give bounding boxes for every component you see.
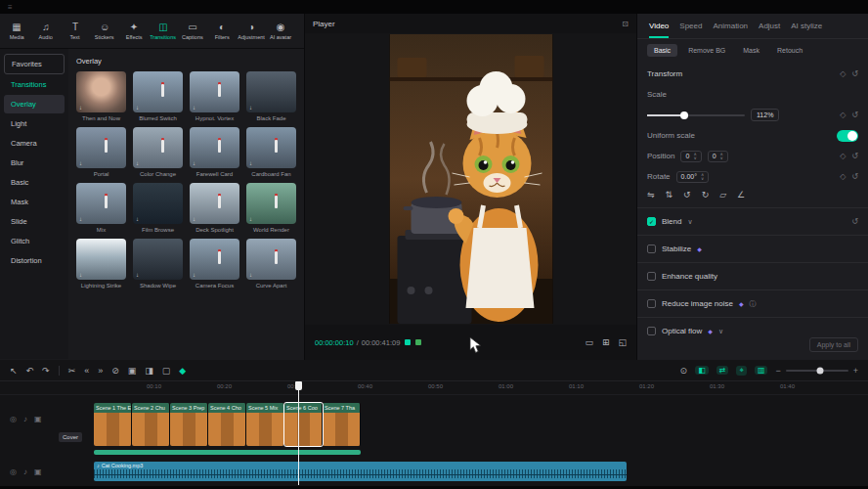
hide-track-icon[interactable]: ◎ <box>10 467 17 476</box>
transition-card[interactable]: ↓Mix <box>76 183 126 233</box>
tab-adjust[interactable]: Adjust <box>759 22 780 30</box>
subtab-mask[interactable]: Mask <box>736 44 766 57</box>
split-icon[interactable]: ✂ <box>68 366 76 376</box>
ratio-icon[interactable]: ▭ <box>585 337 593 347</box>
lock-track-icon[interactable]: ▣ <box>34 415 42 423</box>
audio-clip[interactable]: ♪ Cat Cooking.mp3 <box>94 462 627 481</box>
grid-view-icon[interactable]: ⊞ <box>602 337 610 347</box>
transition-card[interactable]: ↓Hypnot. Vortex <box>190 71 239 121</box>
transition-card[interactable]: ↓Black Fade <box>246 71 296 121</box>
tab-animation[interactable]: Animation <box>713 22 748 30</box>
transition-card[interactable]: ↓Color Change <box>133 127 183 177</box>
subtab-remove-bg[interactable]: Remove BG <box>681 44 732 57</box>
flip-horizontal-icon[interactable]: ⇋ <box>647 190 655 200</box>
clip-scene-4[interactable]: Scene 4 Cho <box>208 403 246 446</box>
reset-icon[interactable]: ↺ <box>851 172 858 181</box>
sidebar-item-slide[interactable]: Slide <box>4 212 65 231</box>
playhead[interactable] <box>298 381 299 485</box>
keyframe-icon[interactable]: ◇ <box>840 172 846 181</box>
transition-card[interactable]: ↓Blurred Switch <box>133 71 183 121</box>
rotate-stepper[interactable]: 0.00°∧∨ <box>676 171 710 183</box>
redo-icon[interactable]: ↷ <box>42 366 50 376</box>
apply-to-all-button[interactable]: Apply to all <box>809 337 858 352</box>
top-tab-captions[interactable]: ▭Captions <box>178 22 207 40</box>
transition-card[interactable]: ↓World Render <box>246 183 296 233</box>
top-tab-transitions[interactable]: ◫Transitions <box>149 22 178 40</box>
tab-video[interactable]: Video <box>649 22 669 30</box>
reset-icon[interactable]: ↺ <box>851 152 858 160</box>
chevron-down-icon[interactable]: ∨ <box>718 328 723 335</box>
marker-icon[interactable]: ◆ <box>179 366 186 376</box>
sidebar-item-light[interactable]: Light <box>4 114 65 133</box>
crop-icon[interactable]: ▢ <box>162 366 171 376</box>
preview-axis-icon[interactable]: ▥ <box>755 366 768 375</box>
sidebar-item-blur[interactable]: Blur <box>4 154 65 172</box>
sidebar-item-distortion[interactable]: Distortion <box>4 251 65 270</box>
subtab-basic[interactable]: Basic <box>647 44 677 57</box>
clip-scene-3[interactable]: Scene 3 Prep <box>170 403 208 446</box>
effect-strip-track[interactable] <box>94 450 361 455</box>
sidebar-item-favorites[interactable]: Favorites <box>4 54 65 74</box>
flip-vertical-icon[interactable]: ⇅ <box>666 190 673 200</box>
reset-icon[interactable]: ↺ <box>851 69 858 78</box>
keyframe-icon[interactable]: ◇ <box>840 69 846 78</box>
reduce-noise-checkbox[interactable] <box>647 299 656 308</box>
position-y-stepper[interactable]: 0∧∨ <box>708 151 728 162</box>
lock-track-icon[interactable]: ▣ <box>34 467 42 476</box>
clip-scene-5[interactable]: Scene 5 Mix <box>246 403 284 446</box>
subtab-retouch[interactable]: Retouch <box>770 44 809 57</box>
clip-scene-1[interactable]: Scene 1 The E <box>94 403 132 446</box>
tilt-icon[interactable]: ▱ <box>719 190 726 200</box>
step-down-icon[interactable]: ∨ <box>693 156 696 160</box>
rotate-ccw-icon[interactable]: ↺ <box>683 190 691 200</box>
fullscreen-icon[interactable]: ◱ <box>618 337 627 347</box>
sidebar-item-mask[interactable]: Mask <box>4 193 65 211</box>
step-down-icon[interactable]: ∨ <box>720 156 723 160</box>
menu-icon[interactable]: ≡ <box>8 3 13 12</box>
top-tab-audio[interactable]: ♫Audio <box>31 22 61 40</box>
position-x-stepper[interactable]: 0∧∨ <box>680 151 701 162</box>
keyframe-icon[interactable]: ◇ <box>840 152 846 160</box>
quality-icon[interactable] <box>415 339 421 345</box>
mute-track-icon[interactable]: ♪ <box>23 415 27 423</box>
tab-speed[interactable]: Speed <box>679 22 702 30</box>
top-tab-ai-avatar[interactable]: ◉AI avatar <box>266 22 295 40</box>
stabilize-checkbox[interactable] <box>647 244 656 253</box>
cover-button[interactable]: Cover <box>59 432 82 442</box>
mirror-icon[interactable]: ◨ <box>145 366 153 376</box>
transition-card[interactable]: ↓Curve Apart <box>246 239 296 289</box>
timeline-zoom-slider[interactable] <box>786 370 848 372</box>
step-down-icon[interactable]: ∨ <box>701 177 704 181</box>
zoom-in-icon[interactable]: + <box>853 366 858 376</box>
reset-icon[interactable]: ↺ <box>851 217 858 226</box>
transition-card[interactable]: ↓Portal <box>76 127 126 177</box>
transition-card[interactable]: ↓Deck Spotlight <box>190 183 239 233</box>
snap-icon[interactable]: ⌖ <box>736 366 747 376</box>
enhance-quality-checkbox[interactable] <box>647 272 656 281</box>
reset-icon[interactable]: ↺ <box>851 111 858 119</box>
transition-card[interactable]: ↓Farewell Card <box>190 127 239 177</box>
sidebar-item-overlay[interactable]: Overlay <box>4 95 65 113</box>
zoom-out-icon[interactable]: − <box>775 366 780 376</box>
top-tab-stickers[interactable]: ☺Stickers <box>90 22 119 40</box>
transition-card[interactable]: ↓Lightning Strike <box>76 239 126 289</box>
rotate-cw-icon[interactable]: ↻ <box>702 190 710 200</box>
top-tab-effects[interactable]: ✦Effects <box>119 22 149 40</box>
video-frame[interactable] <box>389 34 552 324</box>
clip-scene-2[interactable]: Scene 2 Chu <box>132 403 170 446</box>
optical-flow-checkbox[interactable] <box>647 327 656 335</box>
mute-track-icon[interactable]: ♪ <box>23 467 27 476</box>
level-icon[interactable]: ∠ <box>737 190 745 200</box>
auto-link-icon[interactable]: ⇄ <box>716 366 729 375</box>
keyframe-icon[interactable]: ◇ <box>840 111 846 119</box>
timeline-ruler[interactable]: 00:10 00:20 00:30 00:40 00:50 01:00 01:1… <box>0 381 868 395</box>
tab-ai-stylize[interactable]: AI stylize <box>791 22 822 30</box>
sidebar-item-glitch[interactable]: Glitch <box>4 232 65 250</box>
main-track-magnet-icon[interactable]: ◧ <box>695 366 709 375</box>
hide-track-icon[interactable]: ◎ <box>10 415 17 423</box>
freeze-frame-icon[interactable]: ▣ <box>128 366 137 376</box>
delete-right-icon[interactable]: » <box>98 366 103 376</box>
transition-card[interactable]: ↓Camera Focus <box>190 239 239 289</box>
sidebar-item-basic[interactable]: Basic <box>4 173 65 192</box>
voiceover-icon[interactable]: ⊙ <box>680 366 688 376</box>
